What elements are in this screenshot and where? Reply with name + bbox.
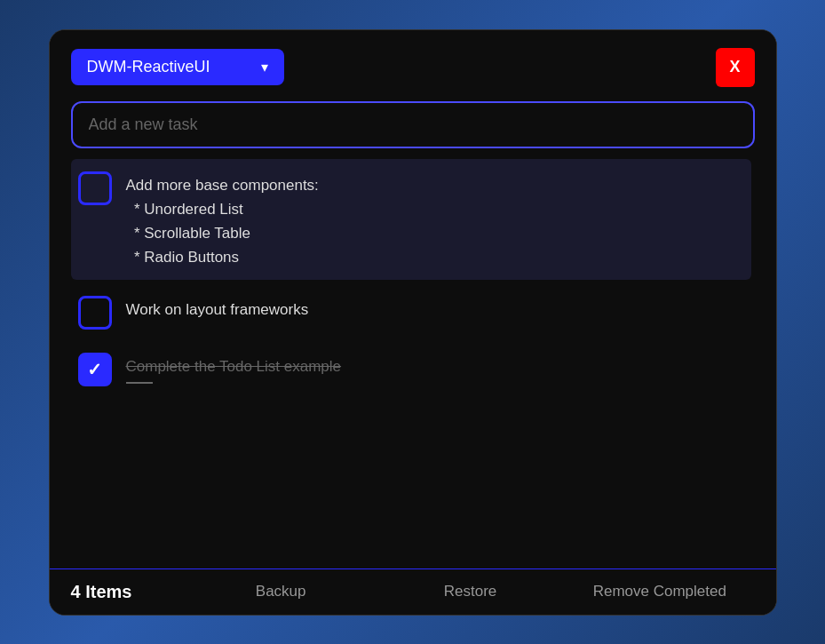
status-bar: 4 Items Backup Restore Remove Completed	[50, 568, 776, 615]
task-text-2: Work on layout frameworks	[126, 294, 309, 322]
main-content: Add more base components: * Unordered Li…	[50, 101, 776, 568]
app-window: DWM-ReactiveUI ▾ X Add more base compone…	[49, 29, 777, 616]
sub-item-3: * Radio Buttons	[126, 245, 319, 269]
list-item: Complete the Todo List example	[71, 340, 751, 397]
app-title-label: DWM-ReactiveUI	[87, 58, 210, 76]
task-checkbox-2[interactable]	[78, 296, 112, 330]
chevron-down-icon: ▾	[261, 59, 268, 76]
task-checkbox-1[interactable]	[78, 171, 112, 205]
list-item: Add more base components: * Unordered Li…	[71, 159, 751, 281]
task-text-3: Complete the Todo List example	[126, 351, 342, 378]
app-dropdown[interactable]: DWM-ReactiveUI ▾	[71, 49, 284, 85]
title-bar: DWM-ReactiveUI ▾ X	[50, 30, 776, 101]
task-text-1: Add more base components: * Unordered Li…	[126, 170, 319, 270]
task-input-wrapper	[71, 101, 755, 148]
task-list-scroll[interactable]: Add more base components: * Unordered Li…	[71, 159, 755, 568]
remove-completed-button[interactable]: Remove Completed	[565, 583, 754, 600]
close-button[interactable]: X	[716, 48, 755, 87]
items-count: 4 Items	[71, 582, 186, 602]
task-checkbox-3[interactable]	[78, 353, 112, 386]
task-list-container: Add more base components: * Unordered Li…	[71, 159, 755, 568]
sub-item-2: * Scrollable Table	[126, 221, 319, 245]
sub-item-1: * Unordered List	[126, 197, 319, 221]
completed-underline	[126, 382, 153, 384]
task-input[interactable]	[89, 115, 737, 134]
backup-button[interactable]: Backup	[186, 583, 376, 600]
task-text-wrapper-3: Complete the Todo List example	[126, 351, 342, 384]
restore-button[interactable]: Restore	[376, 583, 565, 600]
list-item: Work on layout frameworks	[71, 283, 751, 340]
